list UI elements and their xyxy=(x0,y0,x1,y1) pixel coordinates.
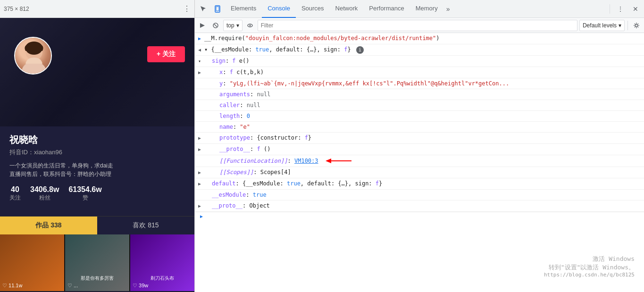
y-arrow xyxy=(195,79,204,80)
console-line-scopes: ▶ [[Scopes]]: Scopes[4] xyxy=(195,167,644,178)
more-tabs-button[interactable]: » xyxy=(443,5,453,13)
prototype-arrow[interactable]: ▶ xyxy=(195,133,204,142)
stat-fans[interactable]: 3406.8w 粉丝 xyxy=(30,185,59,202)
proto-arrow[interactable]: ▶ xyxy=(195,145,204,154)
tab-dimensions: 375 × 812 xyxy=(4,6,29,12)
svg-point-9 xyxy=(249,25,251,26)
arguments-content: arguments: null xyxy=(204,90,642,99)
svg-line-17 xyxy=(637,23,638,24)
tab-performance[interactable]: Performance xyxy=(363,0,410,18)
console-line-funcloc: [[FunctionLocation]]: VM100:3 xyxy=(195,155,644,167)
prompt-symbol: ▶ xyxy=(197,213,206,219)
video-thumb-2[interactable]: 那是你有多厉害 ♡ ... xyxy=(65,234,129,291)
console-line-y: y: "yLg,(lfi~ab`{mv,-n|jqewVxp{rvmmx,&ef… xyxy=(195,78,644,89)
x-expand-arrow[interactable]: ▶ xyxy=(195,68,204,77)
prototype-content: prototype: {constructor: f} xyxy=(204,133,642,142)
svg-marker-20 xyxy=(326,159,331,163)
length-arrow xyxy=(195,112,204,112)
scopes-arrow[interactable]: ▶ xyxy=(195,168,204,177)
tab-menu-icon[interactable]: ⋮ xyxy=(183,4,191,13)
profile-bio-line2: 直播间售后，联系抖音号：胖晗的小助理 xyxy=(9,171,111,177)
console-input-text: __M.require("douyin_falcon:node_modules/… xyxy=(204,34,642,42)
devtools-topbar: Elements Console Sources Network Perform… xyxy=(195,0,644,18)
console-line-default: ▶ default: {__esModule: true, default: {… xyxy=(195,178,644,190)
name-content: name: "e" xyxy=(204,123,642,131)
watermark-line1: 激活 Windows xyxy=(593,255,635,262)
tab-sources[interactable]: Sources xyxy=(296,0,330,18)
profile-info: 祝晓晗 抖音ID：xiaohan96 一个女演员的生活日常，单身狗，求dai走 … xyxy=(0,126,194,216)
following-count: 40 xyxy=(11,185,19,194)
run-button[interactable] xyxy=(197,20,208,31)
svg-line-7 xyxy=(214,24,217,27)
video-like-1: ♡ 11.1w xyxy=(2,283,22,289)
watermark-line3[interactable]: https://blog.csdn.he/q/bc8125 xyxy=(544,272,635,278)
devtools-settings-button[interactable]: ⋮ xyxy=(614,2,627,16)
devtools-close-button[interactable]: ✕ xyxy=(629,2,642,16)
video-overlay-3: 剃刀石头布 xyxy=(133,275,192,282)
level-selector[interactable]: Default levels ▾ xyxy=(579,20,625,31)
tab-memory[interactable]: Memory xyxy=(410,0,443,18)
avatar xyxy=(14,37,52,75)
browser-tab-bar: 375 × 812 ⋮ xyxy=(0,0,194,18)
tab-likes[interactable]: 喜欢 815 xyxy=(97,217,194,234)
devtools-panel: Elements Console Sources Network Perform… xyxy=(194,0,644,292)
console-line-esmodule: __esModule: true xyxy=(195,190,644,200)
default-content: default: {__esModule: true, default: {…}… xyxy=(204,179,642,188)
info-icon: i xyxy=(356,46,364,54)
default-arrow[interactable]: ▶ xyxy=(195,179,204,188)
stat-likes[interactable]: 61354.6w 赞 xyxy=(68,185,101,202)
video-like-3: ♡ 39w xyxy=(133,283,148,289)
fans-label: 粉丝 xyxy=(39,194,50,202)
name-arrow xyxy=(195,123,204,123)
tab-works[interactable]: 作品 338 xyxy=(0,217,97,234)
sign-expand-arrow[interactable]: ▾ xyxy=(195,57,204,66)
video-thumb-1[interactable]: ♡ 11.1w xyxy=(0,234,64,291)
eye-button[interactable] xyxy=(244,20,256,31)
inspect-element-button[interactable] xyxy=(197,2,210,16)
likes-count: 61354.6w xyxy=(68,185,101,194)
svg-line-16 xyxy=(637,26,638,27)
vm100-link[interactable]: VM100:3 xyxy=(294,158,318,164)
console-line-proto: ▶ __proto__: f () xyxy=(195,144,644,155)
console-line-arguments: arguments: null xyxy=(195,89,644,100)
console-content: ▶ __M.require("douyin_falcon:node_module… xyxy=(195,33,644,292)
tab-console[interactable]: Console xyxy=(262,0,296,18)
funcloc-content: [[FunctionLocation]]: VM100:3 xyxy=(204,156,642,166)
length-content: length: 0 xyxy=(204,112,642,120)
profile-name: 祝晓晗 xyxy=(9,133,185,146)
tab-elements[interactable]: Elements xyxy=(225,0,262,18)
y-content: y: "yLg,(lfi~ab`{mv,-n|jqewVxp{rvmmx,&ef… xyxy=(204,79,642,88)
stat-following[interactable]: 40 关注 xyxy=(9,185,21,202)
proto-content: __proto__: f () xyxy=(204,145,642,153)
stop-button[interactable] xyxy=(210,20,221,31)
svg-line-18 xyxy=(635,26,636,27)
proto2-arrow[interactable]: ▶ xyxy=(195,201,204,210)
tab-network[interactable]: Network xyxy=(330,0,364,18)
args-arrow xyxy=(195,90,204,91)
caller-arrow xyxy=(195,101,204,101)
video-thumb-3[interactable]: 剃刀石头布 ♡ 39w xyxy=(130,234,194,291)
follow-button[interactable]: + 关注 xyxy=(147,46,185,62)
context-dropdown-icon: ▾ xyxy=(236,22,239,29)
device-toggle-button[interactable] xyxy=(211,2,224,16)
context-selector[interactable]: top ▾ xyxy=(223,20,243,31)
video-grid: ♡ 11.1w 那是你有多厉害 ♡ ... 剃刀石头布 ♡ 39w xyxy=(0,234,194,291)
stats-row: 40 关注 3406.8w 粉丝 61354.6w 赞 xyxy=(9,185,185,202)
following-label: 关注 xyxy=(9,194,21,202)
red-arrow-annotation xyxy=(326,156,354,166)
console-line-output: ◀ ▾ {__esModule: true, default: {…}, sig… xyxy=(195,44,644,56)
video-like-2: ♡ ... xyxy=(67,283,78,289)
console-settings-button[interactable] xyxy=(631,20,642,31)
profile-background: + 关注 xyxy=(0,18,194,126)
console-line-sign: ▾ sign: f e() xyxy=(195,56,644,67)
filter-input[interactable] xyxy=(258,20,577,31)
profile-bio: 一个女演员的生活日常，单身狗，求dai走 直播间售后，联系抖音号：胖晗的小助理 xyxy=(9,161,185,178)
windows-watermark: 激活 Windows 转到"设置"以激活 Windows。 https://bl… xyxy=(544,255,635,278)
svg-point-10 xyxy=(636,24,638,26)
console-output-text: ▾ {__esModule: true, default: {…}, sign:… xyxy=(204,45,642,54)
input-arrow[interactable]: ▶ xyxy=(195,34,204,43)
profile-bio-line1: 一个女演员的生活日常，单身狗，求dai走 xyxy=(9,162,113,169)
output-arrow: ◀ xyxy=(195,45,204,54)
scopes-content: [[Scopes]]: Scopes[4] xyxy=(204,168,642,176)
level-value: Default levels xyxy=(583,22,617,29)
